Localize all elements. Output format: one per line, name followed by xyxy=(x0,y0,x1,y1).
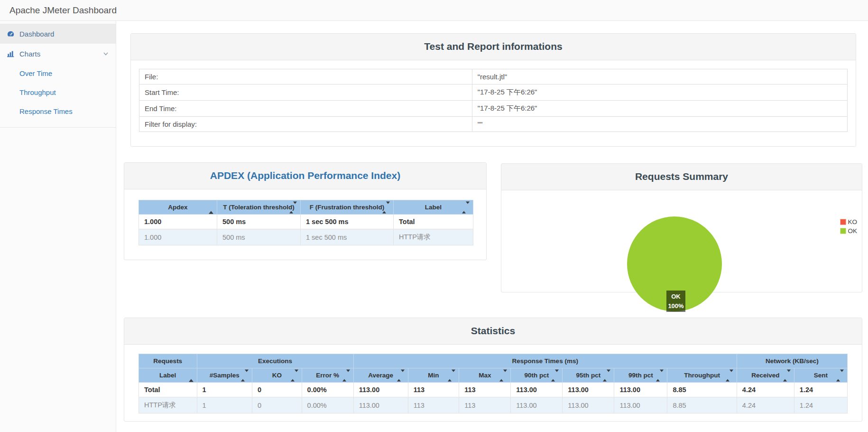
cell: 113.00 xyxy=(353,397,408,413)
cell: 113 xyxy=(408,383,459,397)
apdex-col-toleration[interactable]: T (Toleration threshold) xyxy=(217,200,301,215)
info-label: File: xyxy=(139,69,472,85)
info-value: "" xyxy=(472,117,847,132)
stats-col-received[interactable]: Received xyxy=(737,368,794,383)
sort-icon xyxy=(836,372,844,379)
main-content: Test and Report informations File: "resu… xyxy=(116,21,868,432)
stats-col-ko[interactable]: KO xyxy=(252,368,302,383)
stats-col-min[interactable]: Min xyxy=(408,368,459,383)
sort-icon xyxy=(382,204,390,211)
stats-col-samples[interactable]: #Samples xyxy=(197,368,252,383)
sort-icon xyxy=(397,372,405,379)
column-label: 95th pct xyxy=(576,372,600,379)
cell: 1.24 xyxy=(794,383,847,397)
slice-label-percent: 100% xyxy=(667,301,684,311)
chevron-down-icon xyxy=(102,50,109,57)
cell: 113 xyxy=(459,397,511,413)
cell: 113.00 xyxy=(511,397,563,413)
sidebar-subitem-label: Response Times xyxy=(19,107,73,115)
sidebar-item-throughput[interactable]: Throughput xyxy=(0,83,116,102)
cell: 113.00 xyxy=(563,383,614,397)
column-label: 90th pct xyxy=(524,372,549,379)
cell: 0 xyxy=(252,397,302,413)
cell: 1 sec 500 ms xyxy=(301,229,394,245)
legend-item-ko[interactable]: KO xyxy=(840,218,857,225)
stats-col-95pct[interactable]: 95th pct xyxy=(563,368,614,383)
panel-heading: Statistics xyxy=(124,318,862,345)
cell: 1 sec 500 ms xyxy=(301,215,394,229)
sidebar-item-label: Charts xyxy=(19,50,40,58)
stats-col-label[interactable]: Label xyxy=(139,368,197,383)
sidebar: Dashboard Charts xyxy=(0,21,116,432)
sidebar-item-response-times[interactable]: Response Times xyxy=(0,102,116,121)
chart-legend: KO OK xyxy=(840,218,857,236)
statistics-panel: Statistics Requests Executions Response … xyxy=(124,318,862,422)
legend-label: KO xyxy=(848,218,857,225)
apdex-col-label[interactable]: Label xyxy=(394,200,473,215)
sidebar-item-over-time[interactable]: Over Time xyxy=(0,64,116,83)
sort-icon xyxy=(726,372,733,379)
stats-col-throughput[interactable]: Throughput xyxy=(667,368,737,383)
panel-title: Requests Summary xyxy=(635,171,728,182)
apdex-table: Apdex T (Toleration threshold) F (Frustr… xyxy=(139,200,473,245)
sort-icon xyxy=(342,372,350,379)
column-label: T (Toleration threshold) xyxy=(223,204,295,211)
info-label: End Time: xyxy=(139,101,472,117)
column-label: KO xyxy=(272,372,282,379)
column-label: Received xyxy=(751,372,779,379)
group-network: Network (KB/sec) xyxy=(737,354,847,368)
stats-col-99pct[interactable]: 99th pct xyxy=(614,368,667,383)
cell: 0.00% xyxy=(302,397,353,413)
column-label: Average xyxy=(368,372,393,379)
table-row: Start Time: "17-8-25 下午6:26" xyxy=(139,85,848,101)
column-label: Max xyxy=(479,372,491,379)
sort-icon xyxy=(291,372,298,379)
column-label: Throughput xyxy=(684,372,720,379)
stats-col-sent[interactable]: Sent xyxy=(794,368,847,383)
apdex-col-apdex[interactable]: Apdex xyxy=(139,200,217,215)
table-group-header-row: Requests Executions Response Times (ms) … xyxy=(139,354,848,368)
panel-heading: Test and Report informations xyxy=(131,34,856,60)
panel-title: Statistics xyxy=(471,325,515,336)
sidebar-subitem-label: Throughput xyxy=(19,88,56,96)
table-row: File: "result.jtl" xyxy=(139,69,848,85)
sidebar-menu: Dashboard Charts xyxy=(0,21,116,128)
column-label: Label xyxy=(159,372,176,379)
column-label: Label xyxy=(425,204,442,211)
sort-icon xyxy=(241,372,249,379)
cell: 4.24 xyxy=(737,397,794,413)
sort-icon xyxy=(462,204,470,211)
info-value: "17-8-25 下午6:26" xyxy=(472,101,847,117)
stats-col-90pct[interactable]: 90th pct xyxy=(511,368,563,383)
cell: 1.000 xyxy=(139,229,217,245)
ko-swatch-icon xyxy=(840,219,846,225)
stats-col-average[interactable]: Average xyxy=(353,368,408,383)
cell: 113.00 xyxy=(511,383,563,397)
legend-item-ok[interactable]: OK xyxy=(840,227,857,235)
table-row-total: Total 1 0 0.00% 113.00 113 113 113.00 11… xyxy=(139,383,848,397)
ok-swatch-icon xyxy=(840,228,846,234)
statistics-table: Requests Executions Response Times (ms) … xyxy=(139,354,848,413)
cell: 500 ms xyxy=(217,215,301,229)
table-row: HTTP请求 1 0 0.00% 113.00 113 113 113.00 1… xyxy=(139,397,848,413)
sort-icon xyxy=(289,204,297,211)
panel-heading: APDEX (Application Performance Index) xyxy=(124,163,486,189)
sidebar-item-charts[interactable]: Charts xyxy=(0,44,116,64)
table-row: End Time: "17-8-25 下午6:26" xyxy=(139,101,848,117)
sort-icon xyxy=(499,372,507,379)
table-header-row: Label #Samples KO Error % xyxy=(139,368,848,383)
cell: 8.85 xyxy=(667,397,737,413)
stats-col-error[interactable]: Error % xyxy=(302,368,353,383)
sort-asc-icon xyxy=(209,204,213,211)
legend-label: OK xyxy=(848,227,857,235)
pie-slice-label: OK 100% xyxy=(666,291,685,312)
requests-summary-panel: Requests Summary OK 100% KO OK xyxy=(501,163,862,292)
sort-icon xyxy=(656,372,664,379)
sidebar-item-dashboard[interactable]: Dashboard xyxy=(0,24,116,44)
cell: Total xyxy=(139,383,197,397)
apdex-col-frustration[interactable]: F (Frustration threshold) xyxy=(301,200,394,215)
cell: 113.00 xyxy=(614,383,667,397)
sort-icon xyxy=(448,372,455,379)
cell: HTTP请求 xyxy=(139,397,197,413)
stats-col-max[interactable]: Max xyxy=(459,368,511,383)
